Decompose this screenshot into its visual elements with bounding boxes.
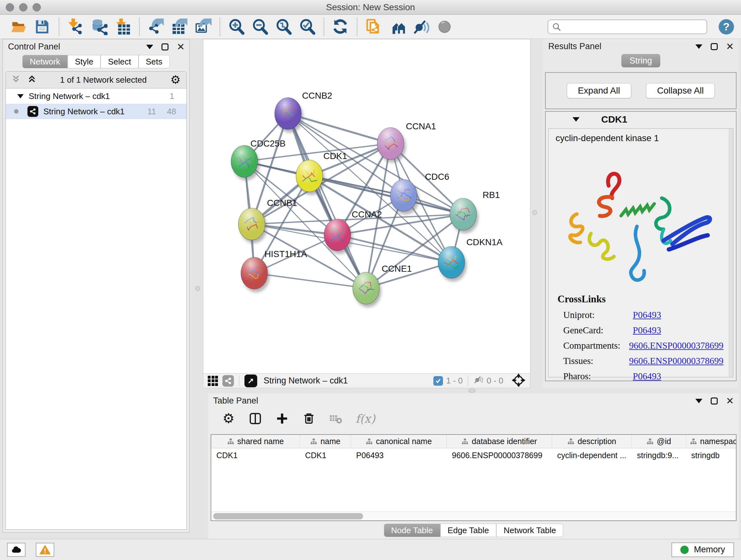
- node-CCNB2[interactable]: [275, 98, 301, 130]
- scrollbar-thumb[interactable]: [213, 513, 363, 519]
- table-options-gear-icon[interactable]: ⚙: [221, 412, 235, 426]
- node-CDC6[interactable]: [390, 179, 417, 211]
- float-panel-icon[interactable]: [711, 397, 718, 405]
- panel-menu-caret-icon[interactable]: [695, 399, 702, 403]
- selected-checkbox-icon[interactable]: [433, 376, 443, 386]
- close-panel-icon[interactable]: ✕: [726, 42, 734, 51]
- memory-button[interactable]: Memory: [671, 543, 734, 557]
- zoom-out-button[interactable]: [250, 17, 270, 37]
- node-CCNB1[interactable]: [239, 208, 265, 240]
- panel-menu-caret-icon[interactable]: [146, 45, 153, 49]
- status-bar: Memory: [0, 539, 741, 560]
- warnings-button[interactable]: [36, 543, 54, 557]
- node-CCNA2[interactable]: [324, 219, 351, 251]
- tab-sets[interactable]: Sets: [138, 55, 170, 68]
- node-RB1[interactable]: [450, 198, 476, 230]
- right-splitter-handle[interactable]: [532, 210, 537, 215]
- close-panel-icon[interactable]: ✕: [726, 396, 734, 406]
- fit-content-crosshair-icon[interactable]: [512, 373, 526, 388]
- tab-select[interactable]: Select: [100, 55, 138, 68]
- zoom-fit-icon: [275, 18, 292, 35]
- column-header-shared-name[interactable]: shared name: [211, 435, 300, 448]
- network-row[interactable]: String Network – cdk1 11 48: [6, 104, 186, 119]
- column-header-namespac[interactable]: namespac: [686, 435, 737, 448]
- network-overview-icon[interactable]: [222, 375, 234, 387]
- tab-edge-table[interactable]: Edge Table: [441, 523, 496, 537]
- grid-view-icon[interactable]: [208, 376, 218, 386]
- export-network-button[interactable]: [146, 17, 166, 37]
- collapse-all-networks-icon[interactable]: [11, 74, 20, 85]
- help-button[interactable]: ?: [719, 19, 734, 35]
- table-cell[interactable]: cyclin-dependent ...: [552, 448, 632, 462]
- export-image-button[interactable]: [193, 17, 213, 37]
- table-row[interactable]: CDK1CDK1P064939606.ENSP00000378699cyclin…: [211, 448, 736, 462]
- collapse-all-button[interactable]: Collapse All: [646, 83, 715, 98]
- open-session-icon: [10, 18, 27, 35]
- birds-eye-toggle-icon[interactable]: [245, 374, 257, 387]
- import-table-from-file-button[interactable]: [113, 17, 133, 37]
- crosslink-link[interactable]: P06493: [633, 310, 661, 320]
- node-CDKN1A[interactable]: [438, 246, 465, 278]
- column-header-description[interactable]: description: [552, 435, 632, 448]
- float-panel-icon[interactable]: [161, 44, 169, 51]
- table-cell[interactable]: P06493: [351, 448, 447, 462]
- network-selection-status: 1 of 1 Network selected: [37, 75, 171, 85]
- column-header-name[interactable]: name: [300, 435, 351, 448]
- eye-button[interactable]: [434, 17, 455, 37]
- tab-network[interactable]: Network: [22, 55, 67, 68]
- crosslink-link[interactable]: 9606.ENSP00000378699: [629, 356, 724, 366]
- expand-all-button[interactable]: Expand All: [567, 83, 631, 98]
- import-network-from-file-button[interactable]: [66, 17, 85, 37]
- save-session-button[interactable]: [32, 17, 52, 37]
- node-CCNE1[interactable]: [353, 272, 380, 304]
- table-horizontal-scrollbar[interactable]: [211, 511, 736, 520]
- hide-glasses-button[interactable]: [411, 17, 431, 37]
- network-collection-row[interactable]: String Network – cdk1 1: [6, 88, 186, 104]
- import-network-from-database-button[interactable]: [89, 17, 109, 37]
- node-HIST1H1A[interactable]: [241, 257, 268, 289]
- zoom-selected-button[interactable]: [297, 17, 317, 37]
- node-CDK1[interactable]: [296, 160, 323, 192]
- cloud-status-button[interactable]: [7, 543, 25, 557]
- table-cell[interactable]: CDK1: [211, 448, 300, 462]
- delete-column-trash-icon[interactable]: [302, 412, 316, 426]
- tab-network-table[interactable]: Network Table: [496, 523, 563, 537]
- search-input[interactable]: [563, 22, 703, 32]
- network-options-gear-icon[interactable]: ⚙: [171, 74, 181, 85]
- table-cell[interactable]: CDK1: [300, 448, 351, 462]
- crosslink-link[interactable]: P06493: [633, 371, 661, 381]
- gene-expander-icon[interactable]: [572, 117, 580, 122]
- crosslink-link[interactable]: 9606.ENSP00000378699: [629, 340, 724, 351]
- node-CCNA1[interactable]: [377, 127, 404, 159]
- float-panel-icon[interactable]: [711, 43, 718, 50]
- table-cell[interactable]: 9606.ENSP00000378699: [447, 448, 552, 462]
- expand-all-networks-icon[interactable]: [27, 74, 37, 85]
- table-cell[interactable]: stringdb:9...: [632, 448, 686, 462]
- panel-menu-caret-icon[interactable]: [695, 44, 702, 49]
- tab-style[interactable]: Style: [68, 55, 101, 68]
- bottom-splitter-handle[interactable]: [468, 389, 475, 392]
- export-table-button[interactable]: [170, 17, 190, 37]
- zoom-fit-button[interactable]: [274, 17, 293, 37]
- node-CDC25B[interactable]: [231, 145, 258, 177]
- column-header--id[interactable]: @id: [632, 435, 686, 448]
- close-panel-icon[interactable]: ✕: [177, 42, 185, 52]
- open-session-button[interactable]: [9, 17, 29, 37]
- crosslink-link[interactable]: P06493: [633, 325, 661, 335]
- network-canvas[interactable]: CCNB2CCNA1CDC25BCDK1CDC6RB1CCNB1CCNA2CDK…: [203, 39, 530, 374]
- refresh-network-view-button[interactable]: [331, 17, 350, 37]
- tree-expander-icon[interactable]: [17, 94, 23, 98]
- tab-string[interactable]: String: [621, 54, 661, 67]
- documents-share-button[interactable]: [364, 17, 384, 37]
- column-header-canonical-name[interactable]: canonical name: [351, 435, 447, 448]
- zoom-in-button[interactable]: [226, 17, 246, 37]
- create-column-plus-icon[interactable]: [275, 412, 289, 426]
- tab-node-table[interactable]: Node Table: [384, 523, 441, 537]
- show-columns-icon[interactable]: [248, 412, 262, 426]
- houses-button[interactable]: [387, 17, 407, 37]
- table-cell[interactable]: stringdb: [686, 448, 737, 462]
- left-splitter-handle[interactable]: [195, 286, 200, 291]
- results-scrollbar[interactable]: [729, 129, 733, 377]
- search-box[interactable]: [548, 19, 707, 34]
- column-header-database-identifier[interactable]: database identifier: [447, 435, 552, 448]
